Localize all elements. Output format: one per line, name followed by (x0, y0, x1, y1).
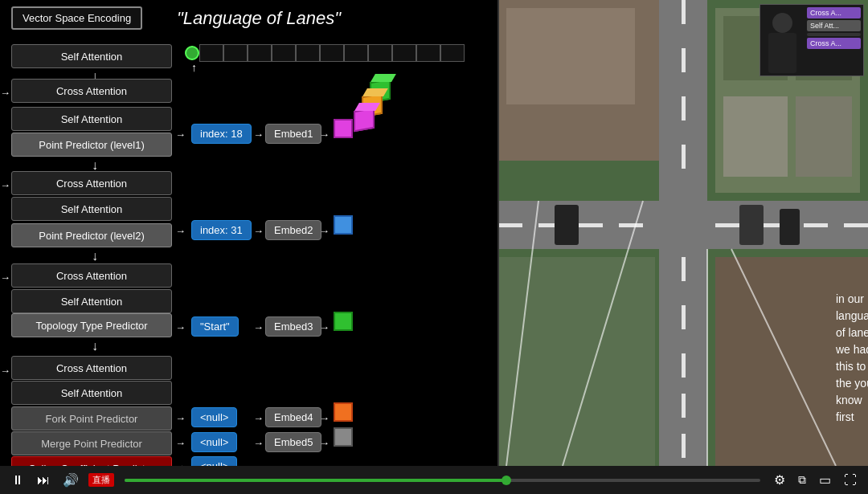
diagram-title: "Language of Lanes" (177, 8, 341, 29)
skip-button[interactable]: ⏭ (34, 472, 53, 489)
arrow-emb4-cube4: → (319, 412, 330, 424)
entry-arrow-2: → (0, 179, 10, 191)
block-scp: Spline Coefficient Predictor (11, 456, 172, 466)
token-cell (296, 44, 320, 62)
index-box-6: <null> (191, 456, 237, 466)
token-cell (440, 44, 465, 62)
arrow-emb5-cube5: → (319, 437, 330, 449)
arrow-idx4-emb4: → (253, 412, 264, 424)
mini-tag-3 (807, 33, 861, 36)
token-cell (392, 44, 416, 62)
controls-bar: ⏸ ⏭ 🔊 直播 ⚙ ⧉ ▭ ⛶ (0, 466, 868, 494)
block-ca3: Cross Attention (11, 263, 172, 288)
svg-rect-16 (682, 145, 686, 169)
vse-box: Vector Space Encoding (11, 6, 142, 30)
block-ttp: Topology Type Predictor (11, 313, 172, 337)
token-cell (248, 44, 272, 62)
svg-rect-14 (682, 48, 686, 72)
entry-arrow-4: → (0, 365, 10, 377)
embed-box-5: Embed5 (265, 432, 321, 452)
settings-button[interactable]: ⚙ (771, 471, 788, 489)
block-sa1: Self Attention (11, 44, 172, 68)
arrow-idx1-emb1: → (253, 129, 264, 141)
mini-tag-4: Cross A... (807, 38, 861, 49)
fullscreen-button[interactable]: ⛶ (841, 472, 860, 489)
token-cell (223, 44, 248, 62)
cube-embed2 (334, 215, 353, 235)
mini-overlay: Cross A... Self Att... Cross A... (760, 4, 864, 76)
token-cell (199, 44, 223, 62)
arrow-mpp-idx5: → (175, 437, 186, 449)
arrow-fpp-idx4: → (175, 412, 186, 424)
mini-tag-1: Cross A... (807, 7, 861, 18)
svg-rect-35 (555, 205, 579, 245)
entry-arrow-3: → (0, 271, 10, 284)
index-box-2: index: 31 (191, 220, 252, 240)
block-pp1: Point Predictor (level1) (11, 133, 172, 157)
token-cell (416, 44, 440, 62)
mini-tag-2: Self Att... (807, 20, 861, 31)
svg-rect-18 (682, 305, 686, 329)
svg-rect-8 (619, 223, 643, 227)
token-cell (368, 44, 392, 62)
cube-embed1 (334, 119, 353, 138)
cube-embed5 (334, 427, 353, 447)
block-sa3: Self Attention (11, 197, 172, 221)
svg-rect-25 (723, 96, 788, 177)
arrow-idx3-emb3: → (253, 321, 264, 333)
embed-box-4: Embed4 (265, 407, 321, 427)
panel-divider (497, 0, 499, 466)
diagram-panel: Vector Space Encoding "Language of Lanes… (0, 0, 498, 466)
token-cell (344, 44, 368, 62)
embed-box-1: Embed1 (265, 124, 321, 144)
cube-embed3 (334, 312, 353, 331)
svg-rect-15 (682, 96, 686, 120)
svg-rect-11 (804, 223, 828, 227)
svg-rect-21 (682, 434, 686, 458)
pause-button[interactable]: ⏸ (8, 472, 27, 489)
index-box-1: index: 18 (191, 124, 252, 144)
block-fpp: Fork Point Predictor (11, 406, 172, 431)
token-cell (272, 44, 296, 62)
theater-button[interactable]: ▭ (816, 471, 834, 489)
block-sa2: Self Attention (11, 107, 172, 131)
svg-rect-27 (498, 257, 655, 466)
embed-box-3: Embed3 (265, 316, 321, 337)
arrow-ttp-ca4: ↓ (92, 339, 98, 353)
subtitle-text: in our language of lanes we had this to … (836, 291, 868, 426)
progress-fill (125, 479, 506, 482)
up-arrow-1: ↑ (191, 61, 197, 74)
block-ca2: Cross Attention (11, 171, 172, 195)
svg-rect-12 (844, 223, 868, 227)
volume-button[interactable]: 🔊 (59, 471, 82, 489)
arrow-emb3-cube3: → (319, 321, 330, 333)
live-badge: 直播 (88, 473, 114, 487)
progress-dot (502, 476, 511, 485)
block-sa4: Self Attention (11, 289, 172, 313)
svg-rect-2 (506, 8, 635, 104)
entry-arrow-1: → (0, 87, 10, 99)
index-box-3: "Start" (191, 316, 239, 337)
block-ca1: Cross Attention (11, 79, 172, 103)
progress-bar[interactable] (125, 479, 760, 482)
token-circle (185, 46, 199, 60)
token-cell (320, 44, 344, 62)
svg-rect-19 (682, 353, 686, 378)
svg-rect-9 (715, 223, 739, 227)
svg-rect-5 (498, 223, 522, 227)
block-mpp: Merge Point Predictor (11, 431, 172, 455)
pip-button[interactable]: ⧉ (795, 472, 809, 488)
index-box-5: <null> (191, 432, 237, 452)
arrow-pp2-idx2: → (175, 225, 186, 237)
tags-area: Cross A... Self Att... Cross A... (805, 5, 863, 76)
embed-box-2: Embed2 (265, 220, 321, 240)
svg-rect-7 (579, 223, 603, 227)
svg-rect-13 (682, 0, 686, 24)
video-panel: Cross A... Self Att... Cross A... in our… (498, 0, 868, 466)
block-ca4: Cross Attention (11, 356, 172, 380)
block-pp2: Point Predictor (level2) (11, 223, 172, 247)
arrow-idx2-emb2: → (253, 225, 264, 237)
arrow-emb2-cube2: → (319, 225, 330, 237)
arrow-emb1-cube1: → (319, 129, 330, 141)
svg-rect-17 (682, 257, 686, 281)
